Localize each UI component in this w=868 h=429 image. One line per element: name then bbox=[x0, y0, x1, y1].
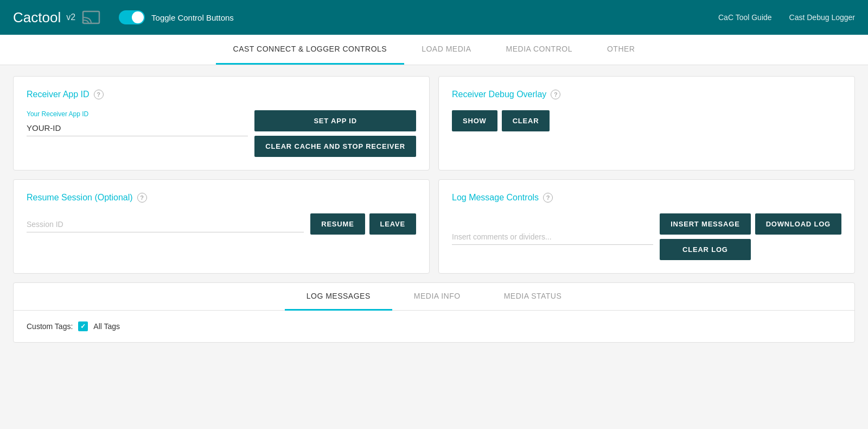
log-input-area bbox=[452, 229, 653, 245]
receiver-app-id-input-label: Your Receiver App ID bbox=[27, 110, 248, 118]
resume-session-panel: Resume Session (Optional) ? RESUME LEAVE bbox=[13, 179, 430, 274]
cac-guide-link[interactable]: CaC Tool Guide bbox=[718, 13, 772, 22]
receiver-debug-title: Receiver Debug Overlay ? bbox=[452, 90, 841, 99]
bottom-content: Custom Tags: All Tags bbox=[14, 311, 854, 342]
tab-load-media[interactable]: LOAD MEDIA bbox=[404, 35, 488, 65]
download-log-button[interactable]: DOWNLOAD LOG bbox=[755, 213, 841, 235]
session-id-input[interactable] bbox=[27, 216, 304, 232]
custom-tags-row: Custom Tags: All Tags bbox=[27, 321, 841, 331]
clear-cache-button[interactable]: CLEAR CACHE AND STOP RECEIVER bbox=[254, 136, 416, 157]
set-app-id-button[interactable]: SET APP ID bbox=[254, 110, 416, 131]
receiver-app-id-input-area: Your Receiver App ID bbox=[27, 110, 248, 136]
receiver-app-id-input[interactable] bbox=[27, 120, 248, 136]
receiver-debug-buttons: SHOW CLEAR bbox=[452, 110, 841, 131]
log-message-panel: Log Message Controls ? INSERT MESSAGE DO… bbox=[438, 179, 855, 274]
log-message-input[interactable] bbox=[452, 229, 653, 245]
brand-logo: Cactool v2 bbox=[13, 7, 101, 28]
bottom-section: LOG MESSAGES MEDIA INFO MEDIA STATUS Cus… bbox=[13, 282, 855, 343]
log-message-title: Log Message Controls ? bbox=[452, 193, 841, 203]
log-message-help-icon[interactable]: ? bbox=[543, 193, 553, 203]
main-content: Receiver App ID ? Your Receiver App ID S… bbox=[0, 65, 868, 354]
header-nav: CaC Tool Guide Cast Debug Logger bbox=[718, 13, 855, 22]
main-tabs: CAST CONNECT & LOGGER CONTROLS LOAD MEDI… bbox=[0, 35, 868, 65]
tab-media-control[interactable]: MEDIA CONTROL bbox=[489, 35, 590, 65]
tab-cast-connect[interactable]: CAST CONNECT & LOGGER CONTROLS bbox=[216, 35, 405, 65]
receiver-debug-panel: Receiver Debug Overlay ? SHOW CLEAR bbox=[438, 76, 855, 171]
panels-grid: Receiver App ID ? Your Receiver App ID S… bbox=[13, 76, 855, 274]
resume-session-body: RESUME LEAVE bbox=[27, 213, 416, 235]
custom-tags-label: Custom Tags: bbox=[27, 322, 73, 331]
receiver-app-id-buttons: SET APP ID CLEAR CACHE AND STOP RECEIVER bbox=[254, 110, 416, 157]
tab-other[interactable]: OTHER bbox=[590, 35, 653, 65]
tab-log-messages[interactable]: LOG MESSAGES bbox=[285, 283, 392, 311]
resume-session-help-icon[interactable]: ? bbox=[137, 193, 147, 203]
brand-name: Cactool bbox=[13, 9, 61, 26]
toggle-switch[interactable] bbox=[119, 10, 145, 24]
receiver-app-id-help-icon[interactable]: ? bbox=[94, 90, 104, 99]
clear-log-button[interactable]: CLEAR LOG bbox=[660, 239, 751, 260]
all-tags-label: All Tags bbox=[93, 322, 120, 331]
all-tags-checkbox[interactable] bbox=[78, 321, 88, 331]
cast-debug-link[interactable]: Cast Debug Logger bbox=[789, 13, 855, 22]
toggle-control-area: Toggle Control Buttons bbox=[119, 10, 718, 24]
cast-icon bbox=[81, 7, 101, 28]
resume-button[interactable]: RESUME bbox=[310, 213, 365, 235]
receiver-app-id-title: Receiver App ID ? bbox=[27, 90, 416, 99]
brand-version: v2 bbox=[66, 12, 75, 22]
leave-button[interactable]: LEAVE bbox=[369, 213, 416, 235]
clear-debug-button[interactable]: CLEAR bbox=[502, 110, 550, 131]
bottom-tabs: LOG MESSAGES MEDIA INFO MEDIA STATUS bbox=[14, 283, 854, 311]
toggle-label: Toggle Control Buttons bbox=[151, 13, 234, 22]
resume-session-title: Resume Session (Optional) ? bbox=[27, 193, 416, 203]
show-button[interactable]: SHOW bbox=[452, 110, 497, 131]
log-message-buttons: INSERT MESSAGE DOWNLOAD LOG CLEAR LOG bbox=[660, 213, 841, 260]
tab-media-status[interactable]: MEDIA STATUS bbox=[482, 283, 584, 311]
session-input-area bbox=[27, 216, 304, 232]
app-header: Cactool v2 Toggle Control Buttons CaC To… bbox=[0, 0, 868, 35]
receiver-app-id-body: Your Receiver App ID SET APP ID CLEAR CA… bbox=[27, 110, 416, 157]
log-message-body: INSERT MESSAGE DOWNLOAD LOG CLEAR LOG bbox=[452, 213, 841, 260]
tab-media-info[interactable]: MEDIA INFO bbox=[392, 283, 482, 311]
receiver-app-id-panel: Receiver App ID ? Your Receiver App ID S… bbox=[13, 76, 430, 171]
receiver-debug-help-icon[interactable]: ? bbox=[551, 90, 560, 99]
resume-session-buttons: RESUME LEAVE bbox=[310, 213, 416, 235]
insert-message-button[interactable]: INSERT MESSAGE bbox=[660, 213, 751, 235]
